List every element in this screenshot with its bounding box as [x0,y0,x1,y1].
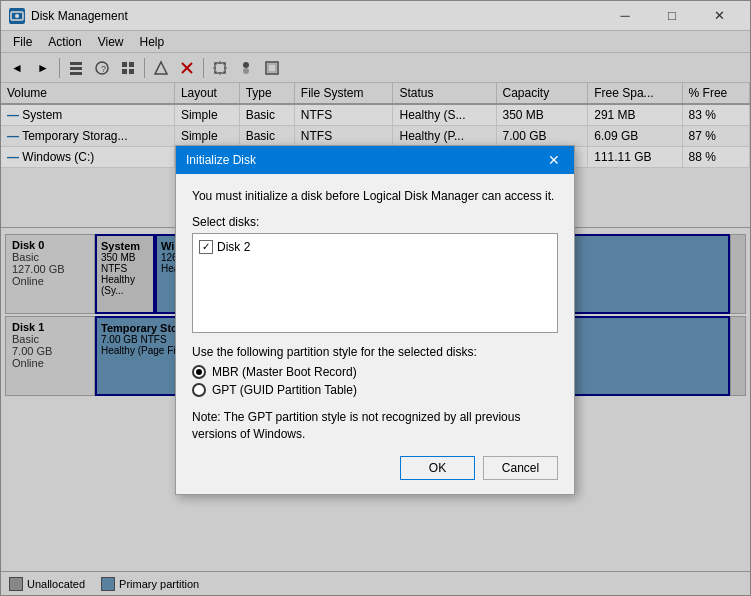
modal-close-button[interactable]: ✕ [544,150,564,170]
cancel-button[interactable]: Cancel [483,456,558,480]
mbr-radio-item[interactable]: MBR (Master Boot Record) [192,365,558,379]
ok-button[interactable]: OK [400,456,475,480]
modal-description: You must initialize a disk before Logica… [192,188,558,205]
gpt-radio-button[interactable] [192,383,206,397]
modal-title: Initialize Disk [186,153,544,167]
select-disks-label: Select disks: [192,215,558,229]
modal-body: You must initialize a disk before Logica… [176,174,574,494]
modal-title-bar: Initialize Disk ✕ [176,146,574,174]
disk-list-box[interactable]: Disk 2 [192,233,558,333]
gpt-radio-item[interactable]: GPT (GUID Partition Table) [192,383,558,397]
initialize-disk-modal: Initialize Disk ✕ You must initialize a … [175,145,575,495]
disk-list-item[interactable]: Disk 2 [197,238,553,256]
disk2-label: Disk 2 [217,240,250,254]
disk2-checkbox[interactable] [199,240,213,254]
gpt-label: GPT (GUID Partition Table) [212,383,357,397]
modal-buttons: OK Cancel [192,456,558,484]
mbr-radio-button[interactable] [192,365,206,379]
mbr-label: MBR (Master Boot Record) [212,365,357,379]
modal-overlay: Initialize Disk ✕ You must initialize a … [0,0,751,596]
partition-style-label: Use the following partition style for th… [192,345,558,359]
modal-note: Note: The GPT partition style is not rec… [192,409,558,443]
radio-group: MBR (Master Boot Record) GPT (GUID Parti… [192,365,558,397]
